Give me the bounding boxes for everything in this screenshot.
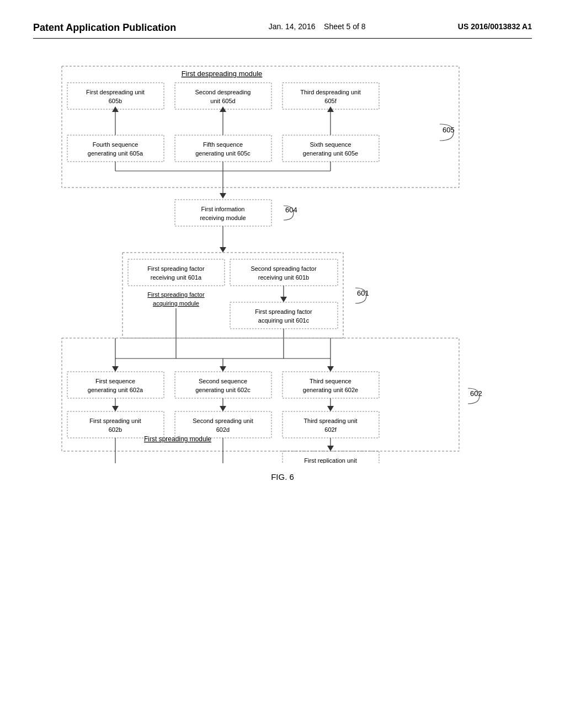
svg-marker-37 xyxy=(220,247,226,253)
page: Patent Application Publication Jan. 14, … xyxy=(0,0,565,728)
svg-rect-84 xyxy=(175,411,271,438)
svg-text:First spreading factor: First spreading factor xyxy=(147,291,205,298)
fig-label: FIG. 6 xyxy=(271,472,294,481)
svg-text:First spreading factor: First spreading factor xyxy=(255,308,312,315)
svg-text:receiving module: receiving module xyxy=(200,215,246,221)
svg-rect-64 xyxy=(62,338,459,451)
header-sheet: Sheet 5 of 8 xyxy=(324,22,366,31)
svg-marker-31 xyxy=(220,193,226,199)
svg-text:Third sequence: Third sequence xyxy=(310,378,351,384)
header-meta: Jan. 14, 2016 Sheet 5 of 8 xyxy=(269,22,366,31)
svg-text:Second spreading unit: Second spreading unit xyxy=(193,417,253,424)
svg-text:generating unit 605a: generating unit 605a xyxy=(88,150,143,157)
fig6-diagram: First despreading module First despreadi… xyxy=(56,61,509,463)
svg-text:generating unit 602a: generating unit 602a xyxy=(88,387,143,393)
svg-text:Second sequence: Second sequence xyxy=(199,378,247,384)
svg-rect-7 xyxy=(282,83,379,109)
svg-marker-47 xyxy=(280,297,287,302)
svg-rect-42 xyxy=(230,259,338,286)
svg-text:Second spreading factor: Second spreading factor xyxy=(250,265,317,272)
svg-rect-66 xyxy=(67,372,164,398)
svg-text:generating unit 602c: generating unit 602c xyxy=(195,387,250,393)
svg-text:generating unit 605e: generating unit 605e xyxy=(303,150,358,157)
svg-marker-92 xyxy=(327,446,334,451)
despreading-module-label: First despreading module xyxy=(182,69,263,78)
svg-text:First spreading factor: First spreading factor xyxy=(147,265,205,272)
svg-text:601: 601 xyxy=(357,289,369,297)
svg-text:605f: 605f xyxy=(324,98,337,104)
svg-text:unit 605d: unit 605d xyxy=(210,98,235,104)
svg-text:602d: 602d xyxy=(216,426,230,433)
svg-text:605: 605 xyxy=(443,126,455,134)
diagram-area: First despreading module First despreadi… xyxy=(33,61,532,481)
svg-rect-39 xyxy=(128,259,225,286)
svg-rect-0 xyxy=(62,66,459,188)
svg-text:receiving unit 601b: receiving unit 601b xyxy=(258,274,309,281)
header-title: Patent Application Publication xyxy=(33,22,176,34)
svg-text:First sequence: First sequence xyxy=(95,378,135,384)
svg-rect-50 xyxy=(230,302,338,329)
svg-text:Fourth sequence: Fourth sequence xyxy=(93,141,138,148)
header-date: Jan. 14, 2016 xyxy=(269,22,316,31)
svg-text:602: 602 xyxy=(470,389,482,398)
svg-rect-1 xyxy=(67,83,164,109)
svg-rect-17 xyxy=(67,135,164,162)
svg-text:602f: 602f xyxy=(324,426,337,433)
svg-rect-20 xyxy=(175,135,271,162)
svg-text:605b: 605b xyxy=(109,98,122,104)
header-patent: US 2016/0013832 A1 xyxy=(458,22,532,31)
svg-rect-87 xyxy=(282,411,379,438)
svg-text:First despreading unit: First despreading unit xyxy=(86,89,145,95)
svg-marker-80 xyxy=(327,406,334,411)
svg-text:Fifth sequence: Fifth sequence xyxy=(203,141,243,148)
svg-rect-81 xyxy=(67,411,164,438)
header: Patent Application Publication Jan. 14, … xyxy=(33,22,532,39)
svg-text:receiving unit 601a: receiving unit 601a xyxy=(151,274,202,281)
svg-text:First spreading unit: First spreading unit xyxy=(89,417,141,424)
svg-text:First replication unit: First replication unit xyxy=(304,457,356,463)
svg-rect-32 xyxy=(175,200,271,226)
svg-marker-78 xyxy=(220,406,226,411)
svg-marker-61 xyxy=(220,366,226,372)
svg-text:acquiring module: acquiring module xyxy=(153,300,199,307)
svg-text:Third despreading unit: Third despreading unit xyxy=(300,89,360,95)
svg-text:Second despreading: Second despreading xyxy=(195,89,251,95)
svg-text:First spreading module: First spreading module xyxy=(144,435,211,443)
svg-text:generating unit 602e: generating unit 602e xyxy=(303,387,358,393)
svg-text:First information: First information xyxy=(201,206,245,212)
svg-text:Third spreading unit: Third spreading unit xyxy=(303,417,357,424)
svg-text:generating unit 605c: generating unit 605c xyxy=(195,150,250,157)
svg-text:602b: 602b xyxy=(109,426,122,433)
svg-text:acquiring unit 601c: acquiring unit 601c xyxy=(258,317,310,324)
svg-text:Sixth sequence: Sixth sequence xyxy=(310,141,351,148)
svg-rect-4 xyxy=(175,83,271,109)
svg-marker-59 xyxy=(112,366,119,372)
svg-marker-63 xyxy=(327,366,334,372)
svg-rect-23 xyxy=(282,135,379,162)
svg-marker-76 xyxy=(112,406,119,411)
svg-text:604: 604 xyxy=(285,206,297,214)
svg-rect-72 xyxy=(282,372,379,398)
svg-rect-69 xyxy=(175,372,271,398)
